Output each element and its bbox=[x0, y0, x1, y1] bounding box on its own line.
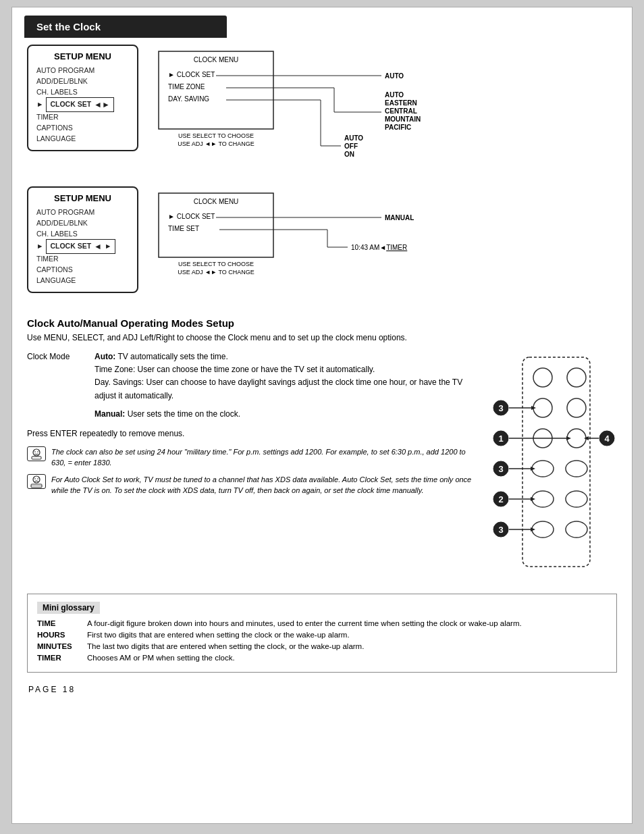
section-intro: Use MENU, SELECT, and ADJ Left/Right to … bbox=[27, 332, 617, 344]
svg-point-58 bbox=[566, 521, 587, 538]
note-face-icon-1 bbox=[29, 448, 44, 460]
auto-bold: Auto: bbox=[95, 352, 115, 361]
page-header: Set the Clock bbox=[24, 16, 227, 38]
note-icon-2 bbox=[27, 474, 46, 489]
diagram-top: SETUP MENU AUTO PROGRAM ADD/DEL/BLNK CH.… bbox=[27, 45, 617, 180]
glossary-term-minutes: MINUTES bbox=[37, 642, 78, 650]
manual-desc: Manual: User sets the time on the clock. bbox=[95, 408, 475, 421]
setup-item-language-top: LANGUAGE bbox=[36, 134, 129, 145]
setup-item-ch-labels-bot: CH. LABELS bbox=[36, 229, 129, 240]
clock-mode-label: Clock Mode bbox=[27, 350, 88, 421]
setup-item-clock-set-top: ► CLOCK SET ◄► bbox=[36, 97, 129, 112]
glossary-def-hours: First two digits that are entered when s… bbox=[87, 631, 607, 639]
svg-point-41 bbox=[33, 476, 40, 483]
svg-marker-78 bbox=[531, 497, 535, 501]
glossary-box: Mini glossary TIME A four-digit figure b… bbox=[27, 594, 617, 673]
setup-item-timer-bot: TIMER bbox=[36, 254, 129, 265]
text-column: Clock Mode Auto: TV automatically sets t… bbox=[27, 350, 475, 583]
auto-desc1: TV automatically sets the time. bbox=[115, 352, 228, 361]
setup-item-add-del-bot: ADD/DEL/BLNK bbox=[36, 218, 129, 229]
note-text-2: For Auto Clock Set to work, TV must be t… bbox=[51, 474, 475, 496]
svg-text:CLOCK MENU: CLOCK MENU bbox=[194, 198, 239, 205]
setup-item-clock-set-bot: ► CLOCK SET ◄► bbox=[36, 239, 129, 254]
svg-point-54 bbox=[566, 461, 587, 477]
glossary-row-minutes: MINUTES The last two digits that are ent… bbox=[37, 642, 607, 650]
glossary-def-time: A four-digit figure broken down into hou… bbox=[87, 619, 607, 627]
glossary-term-hours: HOURS bbox=[37, 631, 78, 639]
svg-text:DAY. SAVING: DAY. SAVING bbox=[168, 95, 209, 103]
setup-item-auto-prog-top: AUTO PROGRAM bbox=[36, 66, 129, 76]
clock-set-highlight-top: CLOCK SET ◄► bbox=[46, 97, 113, 112]
ds-desc: Day. Savings: User can choose to have da… bbox=[95, 376, 475, 402]
svg-text:TIME ZONE: TIME ZONE bbox=[168, 83, 205, 90]
svg-text:2: 2 bbox=[498, 494, 503, 504]
diagram-bottom: SETUP MENU AUTO PROGRAM ADD/DEL/BLNK CH.… bbox=[27, 186, 617, 308]
setup-item-captions-top: CAPTIONS bbox=[36, 123, 129, 134]
svg-marker-82 bbox=[531, 527, 535, 531]
glossary-title: Mini glossary bbox=[37, 602, 100, 614]
svg-text:3: 3 bbox=[498, 525, 503, 535]
svg-text:OFF: OFF bbox=[344, 142, 358, 150]
glossary-def-timer: Chooses AM or PM when setting the clock. bbox=[87, 654, 607, 662]
svg-marker-74 bbox=[531, 467, 535, 471]
glossary-def-minutes: The last two digits that are entered whe… bbox=[87, 642, 607, 650]
glossary-term-time: TIME bbox=[37, 619, 78, 627]
page-number: PAGE 18 bbox=[28, 685, 617, 694]
svg-text:AUTO: AUTO bbox=[385, 91, 404, 99]
svg-point-56 bbox=[566, 491, 587, 507]
glossary-row-timer: TIMER Chooses AM or PM when setting the … bbox=[37, 654, 607, 662]
svg-text:EASTERN: EASTERN bbox=[385, 99, 417, 107]
svg-rect-40 bbox=[32, 457, 41, 459]
svg-text:USE SELECT TO CHOOSE: USE SELECT TO CHOOSE bbox=[178, 132, 254, 139]
section-container: Clock Auto/Manual Operating Modes Setup … bbox=[27, 317, 617, 344]
press-enter-text: Press ENTER repeatedly to remove menus. bbox=[27, 427, 475, 440]
manual-desc-text: User sets the time on the clock. bbox=[125, 409, 240, 419]
setup-item-timer-top: TIMER bbox=[36, 112, 129, 123]
svg-point-50 bbox=[567, 398, 586, 417]
note-face-icon-2 bbox=[29, 475, 44, 488]
remote-column: 3 1 4 3 bbox=[482, 350, 617, 583]
svg-text:4: 4 bbox=[604, 434, 610, 444]
main-content-body: Clock Mode Auto: TV automatically sets t… bbox=[27, 350, 617, 583]
setup-item-language-bot: LANGUAGE bbox=[36, 276, 129, 286]
bot-diagram-svg: CLOCK MENU ► CLOCK SET TIME SET USE SELE… bbox=[138, 186, 617, 301]
content-area: SETUP MENU AUTO PROGRAM ADD/DEL/BLNK CH.… bbox=[12, 38, 632, 708]
manual-bold: Manual: bbox=[95, 409, 125, 419]
svg-text:3: 3 bbox=[498, 403, 503, 413]
tz-desc: Time Zone: User can choose the time zone… bbox=[95, 363, 475, 376]
page: Set the Clock SETUP MENU AUTO PROGRAM AD… bbox=[11, 7, 633, 824]
setup-menu-title-top: SETUP MENU bbox=[36, 51, 129, 61]
bot-connector-area: CLOCK MENU ► CLOCK SET TIME SET USE SELE… bbox=[138, 186, 617, 308]
svg-text:CLOCK MENU: CLOCK MENU bbox=[194, 56, 239, 63]
svg-text:USE SELECT TO CHOOSE: USE SELECT TO CHOOSE bbox=[178, 261, 254, 267]
clock-set-highlight-bot: CLOCK SET ◄► bbox=[46, 239, 115, 254]
page-title: Set the Clock bbox=[36, 21, 101, 32]
svg-point-38 bbox=[34, 451, 36, 452]
glossary-term-timer: TIMER bbox=[37, 654, 78, 662]
svg-text:USE ADJ ◄► TO CHANGE: USE ADJ ◄► TO CHANGE bbox=[178, 269, 254, 276]
svg-point-47 bbox=[533, 368, 552, 387]
svg-text:AUTO: AUTO bbox=[344, 134, 363, 142]
top-diagram-svg: CLOCK MENU ► CLOCK SET TIME ZONE DAY. SA… bbox=[138, 45, 617, 186]
svg-text:► CLOCK SET: ► CLOCK SET bbox=[168, 71, 215, 78]
svg-text:10:43  AM◄TIMER: 10:43 AM◄TIMER bbox=[351, 244, 407, 251]
glossary-row-hours: HOURS First two digits that are entered … bbox=[37, 631, 607, 639]
svg-text:CENTRAL: CENTRAL bbox=[385, 107, 417, 115]
setup-menu-box-bot: SETUP MENU AUTO PROGRAM ADD/DEL/BLNK CH.… bbox=[27, 186, 138, 293]
svg-text:3: 3 bbox=[498, 464, 503, 474]
svg-rect-46 bbox=[522, 357, 590, 567]
setup-item-add-del-top: ADD/DEL/BLNK bbox=[36, 76, 129, 87]
auto-desc: Auto: TV automatically sets the time. bbox=[95, 350, 475, 363]
glossary-row-time: TIME A four-digit figure broken down int… bbox=[37, 619, 607, 627]
svg-text:MOUNTAIN: MOUNTAIN bbox=[385, 115, 421, 123]
note-row-2: For Auto Clock Set to work, TV must be t… bbox=[27, 474, 475, 496]
svg-text:MANUAL: MANUAL bbox=[385, 214, 414, 221]
note-row-1: The clock can also be set using 24 hour … bbox=[27, 446, 475, 469]
svg-text:1: 1 bbox=[498, 434, 503, 444]
svg-point-49 bbox=[533, 398, 552, 417]
remote-svg: 3 1 4 3 bbox=[482, 350, 617, 580]
setup-menu-box-top: SETUP MENU AUTO PROGRAM ADD/DEL/BLNK CH.… bbox=[27, 45, 138, 151]
svg-point-39 bbox=[37, 451, 38, 452]
setup-menu-title-bot: SETUP MENU bbox=[36, 193, 129, 203]
svg-text:PACIFIC: PACIFIC bbox=[385, 124, 411, 131]
